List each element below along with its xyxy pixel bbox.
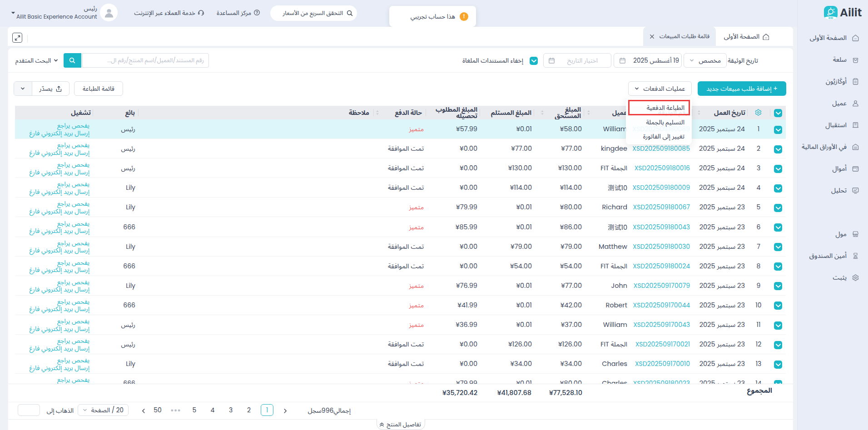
svg-text:intl: intl — [828, 16, 833, 20]
